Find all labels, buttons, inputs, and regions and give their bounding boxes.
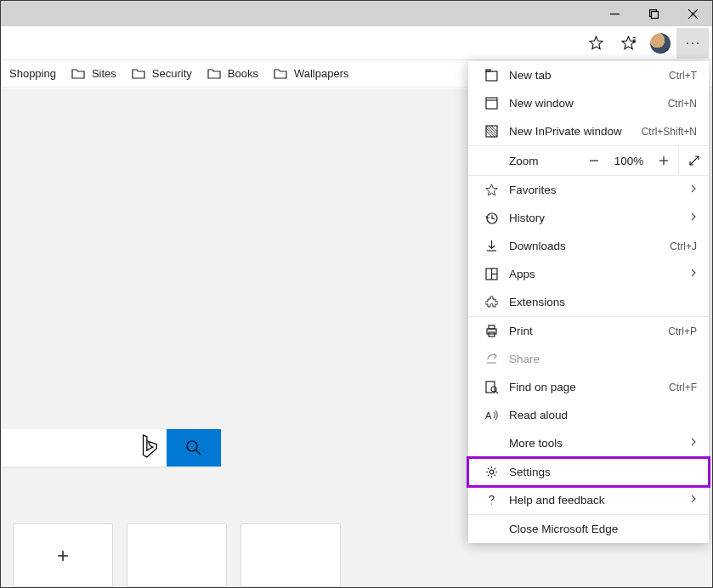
history-icon bbox=[482, 212, 501, 224]
menu-shortcut: Ctrl+T bbox=[669, 70, 697, 82]
more-button[interactable] bbox=[676, 28, 709, 59]
menu-shortcut: Ctrl+N bbox=[668, 98, 697, 110]
plus-icon: + bbox=[57, 544, 69, 568]
menu-item-new-window[interactable]: New window Ctrl+N bbox=[468, 89, 709, 117]
menu-item-help[interactable]: Help and feedback bbox=[468, 486, 709, 514]
apps-icon bbox=[482, 268, 501, 280]
folder-icon bbox=[132, 67, 145, 81]
speed-dial-row: + bbox=[13, 523, 341, 587]
menu-item-find[interactable]: Find on page Ctrl+F bbox=[468, 373, 709, 401]
bookmark-item[interactable]: Shopping bbox=[9, 67, 56, 80]
svg-text:A: A bbox=[485, 410, 492, 421]
menu-item-close-edge[interactable]: Close Microsoft Edge bbox=[468, 515, 709, 543]
chevron-right-icon bbox=[690, 212, 697, 224]
menu-item-share: Share bbox=[468, 345, 709, 373]
menu-label: New InPrivate window bbox=[509, 125, 642, 138]
menu-item-print[interactable]: Print Ctrl+P bbox=[468, 317, 709, 345]
menu-shortcut: Ctrl+J bbox=[670, 240, 697, 252]
svg-rect-2 bbox=[651, 11, 658, 18]
svg-point-11 bbox=[692, 42, 693, 44]
menu-label: Read aloud bbox=[509, 409, 697, 421]
menu-item-read-aloud[interactable]: A Read aloud bbox=[468, 401, 709, 429]
menu-item-settings[interactable]: Settings bbox=[468, 458, 709, 486]
speed-dial-tile[interactable] bbox=[127, 523, 227, 587]
read-aloud-icon: A bbox=[482, 409, 501, 421]
bookmark-item[interactable]: Sites bbox=[71, 67, 116, 81]
menu-label: Find on page bbox=[509, 381, 669, 393]
menu-item-extensions[interactable]: Extensions bbox=[468, 288, 709, 316]
bookmark-item[interactable]: Books bbox=[207, 67, 258, 81]
folder-icon bbox=[207, 67, 221, 81]
menu-label: Share bbox=[509, 353, 697, 365]
add-tile-button[interactable]: + bbox=[13, 523, 113, 587]
gear-icon bbox=[482, 466, 501, 478]
zoom-label: Zoom bbox=[509, 155, 580, 167]
help-icon bbox=[482, 494, 501, 506]
svg-point-13 bbox=[187, 441, 197, 451]
more-menu: New tab Ctrl+T New window Ctrl+N New InP… bbox=[468, 61, 709, 543]
menu-item-more-tools[interactable]: More tools bbox=[468, 429, 709, 457]
menu-label: New window bbox=[509, 97, 668, 110]
chevron-right-icon bbox=[690, 184, 697, 196]
window-titlebar bbox=[1, 1, 712, 26]
menu-item-new-inprivate[interactable]: New InPrivate window Ctrl+Shift+N bbox=[468, 117, 709, 145]
search-box[interactable] bbox=[2, 429, 221, 466]
svg-rect-15 bbox=[486, 71, 497, 81]
bookmark-item[interactable]: Wallpapers bbox=[274, 67, 349, 81]
new-tab-icon bbox=[482, 69, 501, 82]
chevron-right-icon bbox=[690, 494, 697, 506]
zoom-in-button[interactable] bbox=[649, 155, 678, 166]
menu-label: New tab bbox=[509, 69, 669, 82]
svg-line-37 bbox=[495, 391, 498, 393]
menu-shortcut: Ctrl+P bbox=[668, 325, 697, 337]
menu-label: Print bbox=[509, 325, 668, 337]
svg-point-12 bbox=[697, 42, 699, 44]
svg-rect-31 bbox=[489, 325, 495, 329]
svg-point-40 bbox=[490, 503, 491, 504]
star-icon[interactable] bbox=[580, 28, 612, 59]
svg-marker-5 bbox=[589, 37, 602, 49]
favorites-star-icon[interactable] bbox=[612, 28, 644, 59]
zoom-value: 100% bbox=[608, 155, 649, 167]
menu-label: Favorites bbox=[509, 184, 690, 196]
svg-line-23 bbox=[690, 156, 699, 165]
profile-avatar[interactable] bbox=[644, 28, 676, 59]
menu-label: Help and feedback bbox=[509, 494, 690, 506]
search-button[interactable] bbox=[167, 429, 221, 466]
zoom-row: Zoom 100% bbox=[468, 145, 709, 176]
share-icon bbox=[482, 353, 501, 365]
folder-icon bbox=[274, 67, 287, 81]
zoom-out-button[interactable] bbox=[580, 155, 608, 166]
bookmark-label: Books bbox=[228, 67, 258, 80]
new-window-icon bbox=[482, 97, 501, 110]
menu-label: Settings bbox=[509, 466, 697, 478]
menu-item-downloads[interactable]: Downloads Ctrl+J bbox=[468, 232, 709, 260]
extensions-icon bbox=[482, 296, 501, 308]
bookmark-item[interactable]: Security bbox=[132, 67, 192, 81]
minimize-button[interactable] bbox=[595, 1, 634, 26]
star-icon bbox=[482, 184, 501, 196]
menu-label: History bbox=[509, 212, 690, 224]
svg-line-14 bbox=[196, 450, 201, 455]
menu-label: Extensions bbox=[509, 296, 697, 308]
close-button[interactable] bbox=[673, 1, 712, 26]
maximize-button[interactable] bbox=[634, 1, 673, 26]
fullscreen-button[interactable] bbox=[678, 146, 709, 175]
svg-point-10 bbox=[687, 42, 688, 44]
svg-rect-17 bbox=[486, 98, 497, 109]
menu-item-new-tab[interactable]: New tab Ctrl+T bbox=[468, 61, 709, 89]
svg-marker-24 bbox=[485, 184, 497, 195]
bookmark-label: Shopping bbox=[9, 67, 56, 80]
speed-dial-tile[interactable] bbox=[240, 523, 341, 587]
bookmark-label: Sites bbox=[92, 67, 116, 80]
find-icon bbox=[482, 381, 501, 393]
menu-item-apps[interactable]: Apps bbox=[468, 260, 709, 288]
menu-item-history[interactable]: History bbox=[468, 204, 709, 232]
bookmark-label: Wallpapers bbox=[294, 67, 349, 80]
menu-item-favorites[interactable]: Favorites bbox=[468, 176, 709, 204]
bookmark-label: Security bbox=[152, 67, 192, 80]
menu-shortcut: Ctrl+F bbox=[669, 382, 697, 393]
folder-icon bbox=[71, 67, 85, 81]
menu-label: Apps bbox=[509, 268, 690, 280]
download-icon bbox=[482, 240, 501, 252]
